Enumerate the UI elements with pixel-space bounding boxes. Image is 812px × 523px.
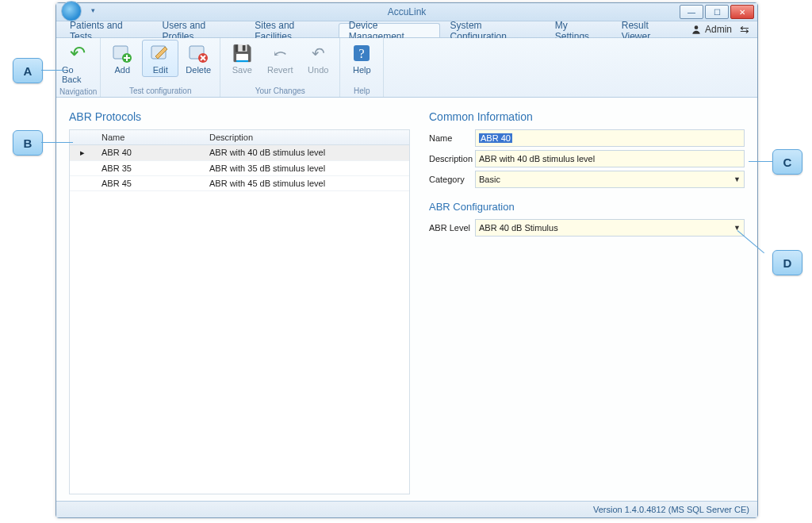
window-title: AccuLink [56,6,757,17]
callout-b: B [13,130,43,156]
protocol-table-body: ▸ ABR 40 ABR with 40 dB stimulus level A… [70,145,409,191]
ribbon-group-label: Your Changes [224,86,336,97]
revert-icon: ⤺ [270,43,290,63]
callout-a-line [41,70,65,71]
col-header-description[interactable]: Description [203,130,409,144]
switch-user-icon[interactable]: ⇆ [740,23,749,36]
delete-button[interactable]: Delete [180,40,216,77]
row-name: ABR 35 [95,161,203,175]
callout-c: C [772,149,802,175]
help-button[interactable]: ? Help [343,40,380,77]
tab-result-viewer[interactable]: Result Viewer [611,23,686,37]
label-description: Description [429,154,475,163]
save-button[interactable]: 💾 Save [224,40,260,77]
protocol-table-header: Name Description [70,130,409,145]
abr-level-dropdown[interactable]: ABR 40 dB Stimulus ▼ [475,219,745,237]
category-dropdown[interactable]: Basic ▼ [475,171,745,188]
revert-button[interactable]: ⤺ Revert [262,40,298,77]
delete-icon [188,43,209,63]
save-icon: 💾 [232,43,252,63]
ribbon-group-label: Help [343,86,380,97]
row-name: ABR 40 [95,145,203,160]
label-abr-level: ABR Level [429,223,475,233]
tab-patients-tests[interactable]: Patients and Tests [59,23,152,37]
section-title-common-info: Common Information [429,110,745,123]
callout-b-line [41,142,73,143]
name-field[interactable]: ABR 40 [475,129,745,147]
ribbon-group-test-config: Add Edit Delete Test configuration [101,38,220,97]
callout-d: D [772,250,802,275]
undo-icon: ↶ [308,43,328,63]
row-name: ABR 45 [95,176,203,190]
callout-c-line [749,161,772,162]
left-panel: ABR Protocols Name Description ▸ ABR 40 … [69,106,410,494]
add-button[interactable]: Add [104,40,140,77]
maximize-button[interactable]: ☐ [705,5,729,19]
user-label: Admin [705,24,732,35]
content-area: ABR Protocols Name Description ▸ ABR 40 … [56,98,757,501]
minimize-button[interactable]: — [680,5,703,19]
version-label: Version 1.4.0.4812 (MS SQL Server CE) [593,505,749,514]
svg-point-0 [695,25,699,29]
close-button[interactable]: ✕ [730,5,754,19]
ribbon-group-label: Test configuration [104,86,216,97]
window-buttons: — ☐ ✕ [680,5,754,19]
col-header-name[interactable]: Name [95,130,203,144]
ribbon-group-help: ? Help Help [340,38,384,97]
table-row[interactable]: ▸ ABR 40 ABR with 40 dB stimulus level [70,145,409,161]
help-icon: ? [351,43,372,63]
tab-system-configuration[interactable]: System Configuration [440,23,545,37]
description-field[interactable]: ABR with 40 dB stimulus level [475,150,745,167]
ribbon-group-your-changes: 💾 Save ⤺ Revert ↶ Undo Your Changes [220,38,340,97]
row-selected-marker-icon: ▸ [70,145,95,160]
tab-my-settings[interactable]: My Settings [545,23,611,37]
go-back-icon: ↶ [67,43,88,63]
form-row-abr-level: ABR Level ABR 40 dB Stimulus ▼ [429,219,745,237]
app-logo-icon[interactable] [61,1,82,21]
right-panel: Common Information Name ABR 40 Descripti… [429,106,745,494]
user-icon [691,24,702,35]
protocol-table: Name Description ▸ ABR 40 ABR with 40 dB… [69,129,410,494]
edit-icon [150,43,170,63]
undo-button[interactable]: ↶ Undo [300,40,336,77]
ribbon-group-navigation: ↶ Go Back Navigation [56,38,101,97]
chevron-down-icon: ▼ [733,175,741,183]
ribbon-group-label: Navigation [59,87,97,98]
go-back-button[interactable]: ↶ Go Back [59,40,96,87]
form-row-name: Name ABR 40 [429,129,745,147]
tab-users-profiles[interactable]: Users and Profiles [152,23,245,37]
row-desc: ABR with 45 dB stimulus level [203,176,409,190]
row-desc: ABR with 40 dB stimulus level [203,145,409,160]
statusbar: Version 1.4.0.4812 (MS SQL Server CE) [56,501,757,517]
edit-button[interactable]: Edit [142,40,178,77]
row-desc: ABR with 35 dB stimulus level [203,161,409,175]
app-window: ▾ AccuLink — ☐ ✕ Patients and Tests User… [56,2,758,518]
section-title-abr-config: ABR Configuration [429,201,745,213]
form-row-description: Description ABR with 40 dB stimulus leve… [429,150,745,167]
ribbon: ↶ Go Back Navigation Add Edit [56,38,757,98]
user-box[interactable]: Admin ⇆ [686,21,754,37]
label-name: Name [429,133,475,143]
svg-text:?: ? [359,47,365,60]
section-title-abr-protocols: ABR Protocols [69,110,410,123]
table-row[interactable]: ABR 35 ABR with 35 dB stimulus level [70,161,409,176]
qat-customize-icon[interactable]: ▾ [91,6,99,17]
tab-sites-facilities[interactable]: Sites and Facilities [244,23,339,37]
add-icon [112,43,132,63]
label-category: Category [429,175,475,184]
callout-a: A [13,58,43,83]
form-row-category: Category Basic ▼ [429,171,745,188]
table-row[interactable]: ABR 45 ABR with 45 dB stimulus level [70,176,409,191]
tab-device-management[interactable]: Device Management [339,23,440,37]
titlebar: ▾ AccuLink — ☐ ✕ [56,3,757,21]
menubar: Patients and Tests Users and Profiles Si… [56,21,757,38]
